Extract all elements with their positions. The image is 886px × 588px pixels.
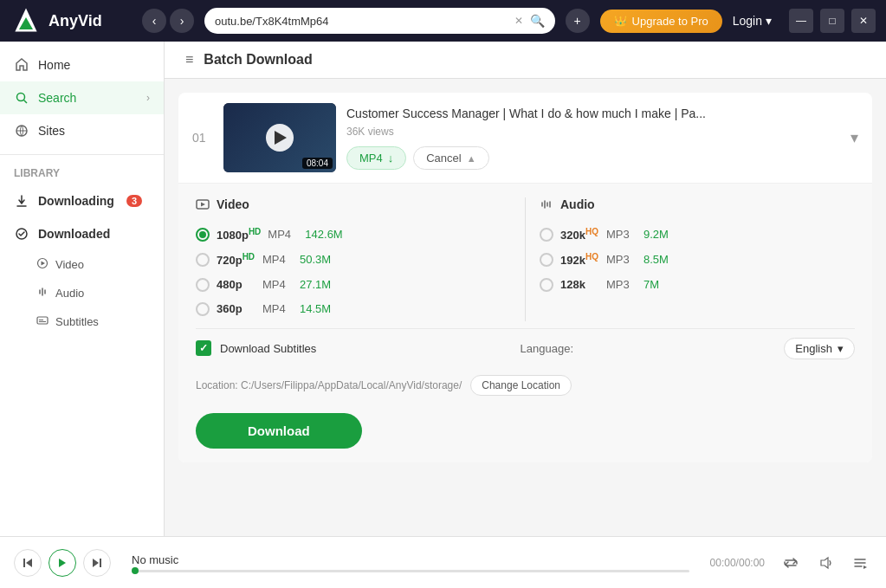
- size-1080p: 142.6M: [305, 228, 342, 241]
- quality-label-320k: 320kHQ: [560, 227, 599, 242]
- video-label: Video: [55, 258, 84, 271]
- video-index: 01: [192, 131, 213, 145]
- play-icon: [56, 557, 68, 569]
- sidebar-item-video[interactable]: Video: [0, 250, 164, 279]
- player-title: No music: [132, 553, 689, 566]
- sidebar-item-home[interactable]: Home: [0, 48, 164, 81]
- login-label: Login: [733, 14, 762, 28]
- playlist-icon: [852, 555, 868, 571]
- downloaded-icon: [14, 226, 29, 242]
- svg-rect-17: [100, 559, 101, 567]
- list-icon: ≡: [185, 52, 193, 68]
- sidebar-item-audio[interactable]: Audio: [0, 279, 164, 307]
- audio-col-icon: [540, 197, 553, 211]
- format-button[interactable]: MP4 ↓: [346, 146, 406, 170]
- radio-480p[interactable]: [196, 278, 210, 292]
- col-divider: [525, 197, 526, 321]
- video-card: 01 08:04 Customer Success Manager | What…: [178, 93, 872, 462]
- search-chevron: ›: [146, 92, 150, 104]
- sites-label: Sites: [38, 124, 65, 138]
- sidebar-item-subtitles[interactable]: Subtitles: [0, 307, 164, 336]
- sidebar-item-downloaded[interactable]: Downloaded: [0, 217, 164, 250]
- video-header: 01 08:04 Customer Success Manager | What…: [178, 93, 872, 184]
- video-dropdown-icon[interactable]: ▾: [850, 128, 858, 147]
- back-button[interactable]: ‹: [142, 9, 166, 33]
- quality-row-320k: 320kHQ MP3 9.2M: [540, 222, 855, 247]
- video-info: Customer Success Manager | What I do & h…: [346, 106, 840, 171]
- audio-col-header: Audio: [540, 197, 855, 211]
- play-triangle-icon: [275, 131, 287, 145]
- radio-1080p[interactable]: [196, 228, 210, 242]
- video-title: Customer Success Manager | What I do & h…: [346, 106, 840, 123]
- audio-label: Audio: [55, 287, 84, 300]
- size-360p: 14.5M: [300, 302, 331, 315]
- maximize-button[interactable]: □: [820, 9, 844, 33]
- thumb-play-button[interactable]: [266, 124, 294, 152]
- format-label: MP4: [359, 152, 383, 165]
- video-options-col: Video 1080pHD MP4 142.6M 720p: [196, 197, 511, 321]
- url-search-icon[interactable]: 🔍: [530, 14, 545, 28]
- repeat-button[interactable]: [779, 551, 803, 575]
- url-close-icon[interactable]: ✕: [514, 15, 523, 27]
- radio-192k[interactable]: [540, 253, 553, 267]
- radio-720p[interactable]: [196, 253, 210, 267]
- language-select[interactable]: English ▾: [784, 338, 855, 359]
- quality-row-720p: 720pHD MP4 50.3M: [196, 247, 511, 272]
- cancel-chevron-icon: ▲: [467, 153, 476, 164]
- size-192k: 8.5M: [643, 253, 669, 266]
- volume-button[interactable]: [813, 551, 837, 575]
- app-name: AnyVid: [49, 12, 102, 30]
- radio-128k[interactable]: [540, 278, 553, 292]
- quality-label-480p: 480p: [217, 278, 255, 291]
- format-720p: MP4: [262, 253, 293, 266]
- cancel-button[interactable]: Cancel ▲: [413, 146, 488, 170]
- download-button[interactable]: Download: [196, 413, 362, 449]
- upgrade-button[interactable]: 👑 Upgrade to Pro: [600, 10, 722, 33]
- sidebar: Home Search › Sites Library Downloading …: [0, 42, 165, 536]
- video-col-label: Video: [217, 197, 249, 211]
- sidebar-item-sites[interactable]: Sites: [0, 114, 164, 147]
- radio-inner: [199, 231, 206, 238]
- login-button[interactable]: Login ▾: [733, 14, 772, 28]
- minimize-button[interactable]: —: [789, 9, 813, 33]
- forward-button[interactable]: ›: [170, 9, 194, 33]
- volume-icon: [818, 555, 833, 571]
- svg-marker-16: [93, 559, 99, 567]
- subtitles-label: Subtitles: [55, 315, 99, 328]
- next-button[interactable]: [83, 549, 111, 577]
- video-thumbnail: 08:04: [223, 103, 336, 172]
- app-logo: AnyVid: [10, 5, 132, 36]
- change-location-button[interactable]: Change Location: [470, 375, 572, 396]
- player-time: 00:00/00:00: [710, 557, 765, 569]
- sidebar-item-downloading[interactable]: Downloading 3: [0, 184, 164, 217]
- svg-point-0: [17, 94, 25, 101]
- hd-badge-720: HD: [243, 252, 255, 262]
- playlist-button[interactable]: [848, 551, 872, 575]
- content-area: ≡ Batch Download 01 08:04 Customer Succe…: [165, 42, 886, 536]
- main-layout: Home Search › Sites Library Downloading …: [0, 42, 886, 536]
- format-480p: MP4: [262, 278, 293, 291]
- svg-rect-14: [23, 559, 25, 567]
- radio-360p[interactable]: [196, 302, 210, 316]
- add-tab-button[interactable]: +: [566, 9, 590, 33]
- window-controls: — □ ✕: [789, 9, 876, 33]
- close-button[interactable]: ✕: [851, 9, 876, 33]
- subtitle-label: Download Subtitles: [220, 342, 316, 355]
- sidebar-item-search[interactable]: Search ›: [0, 81, 164, 114]
- svg-marker-13: [26, 559, 32, 567]
- prev-button[interactable]: [14, 549, 42, 577]
- quality-row-128k: 128k MP3 7M: [540, 273, 855, 297]
- radio-320k[interactable]: [540, 228, 553, 242]
- progress-bar[interactable]: [132, 570, 689, 572]
- play-pause-button[interactable]: [49, 549, 76, 577]
- sidebar-divider: [0, 154, 164, 155]
- svg-marker-22: [863, 565, 867, 569]
- crown-icon: 👑: [614, 15, 627, 27]
- subtitle-checkbox[interactable]: ✓: [196, 340, 211, 356]
- login-chevron: ▾: [766, 14, 772, 28]
- search-icon: [14, 90, 29, 106]
- sites-icon: [14, 123, 29, 139]
- language-label: Language:: [521, 342, 573, 355]
- url-bar[interactable]: outu.be/Tx8K4tmMp64 ✕ 🔍: [204, 8, 555, 34]
- hq-badge-192: HQ: [585, 252, 598, 262]
